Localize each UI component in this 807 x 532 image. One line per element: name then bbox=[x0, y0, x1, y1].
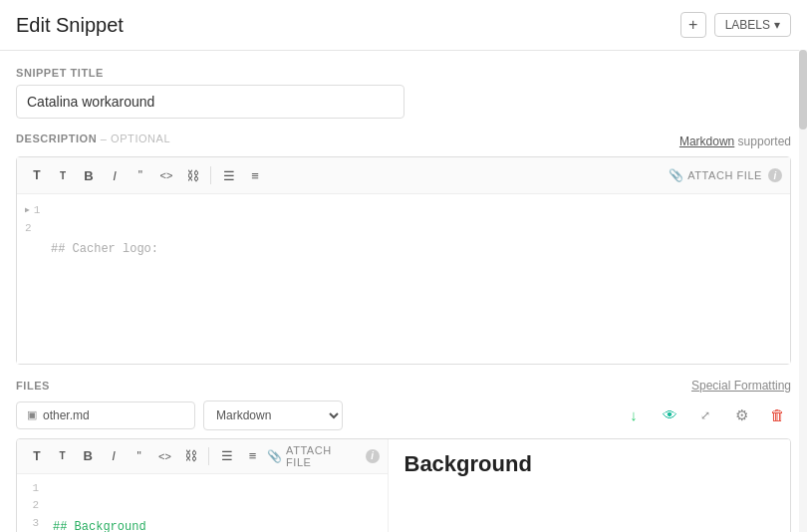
toolbar-ol-btn[interactable]: ≡ bbox=[243, 163, 267, 187]
toolbar-quote-btn[interactable]: " bbox=[129, 163, 152, 187]
code-line-1: ## Cacher logo: bbox=[51, 240, 782, 259]
attach-file-btn[interactable]: 📎 ATTACH FILE bbox=[669, 168, 762, 182]
toolbar-italic-btn[interactable]: I bbox=[103, 163, 127, 187]
toolbar-separator bbox=[210, 166, 211, 184]
page-header: Edit Snippet + LABELS ▾ bbox=[0, 0, 807, 51]
file-attach-file-btn[interactable]: 📎 ATTACH FILE bbox=[267, 444, 360, 468]
file-actions: ↓ 👁 ⤢ ⚙ 🗑 bbox=[620, 401, 791, 429]
file-toolbar-ul-btn[interactable]: ☰ bbox=[215, 444, 239, 468]
file-editor-container: T T B I " <> ⛓ ☰ ≡ 📎 ATTACH FILE i bbox=[16, 438, 791, 533]
download-btn[interactable]: ↓ bbox=[620, 401, 648, 429]
file-editor-left: T T B I " <> ⛓ ☰ ≡ 📎 ATTACH FILE i bbox=[17, 439, 389, 533]
paperclip-icon: 📎 bbox=[669, 168, 684, 182]
markdown-note: Markdown supported bbox=[679, 134, 791, 148]
file-code-line-1: ## Background bbox=[53, 518, 380, 532]
file-row: ▣ other.md Markdown Plain Text JavaScrip… bbox=[16, 400, 791, 430]
file-icon: ▣ bbox=[27, 408, 37, 421]
description-line-numbers: ▶ 1 2 bbox=[17, 194, 47, 364]
scrollbar-thumb[interactable] bbox=[799, 50, 807, 130]
file-toolbar-separator bbox=[208, 447, 209, 465]
file-toolbar-text-btn[interactable]: T bbox=[25, 444, 49, 468]
preview-heading: Background bbox=[404, 451, 775, 477]
expand-btn[interactable]: ⤢ bbox=[691, 401, 719, 429]
file-info-icon[interactable]: i bbox=[366, 449, 380, 463]
files-header: FILES Special Formatting bbox=[16, 379, 791, 393]
file-toolbar-quote-btn[interactable]: " bbox=[128, 444, 151, 468]
delete-btn[interactable]: 🗑 bbox=[763, 401, 791, 429]
toolbar-code-btn[interactable]: <> bbox=[154, 163, 178, 187]
format-select[interactable]: Markdown Plain Text JavaScript Python HT… bbox=[203, 400, 343, 430]
description-label: DESCRIPTION – OPTIONAL bbox=[16, 133, 170, 144]
info-icon[interactable]: i bbox=[768, 168, 782, 182]
header-actions: + LABELS ▾ bbox=[680, 12, 791, 38]
file-toolbar-ol-btn[interactable]: ≡ bbox=[241, 444, 265, 468]
file-name: other.md bbox=[43, 408, 90, 422]
code-line-2 bbox=[51, 298, 782, 317]
markdown-link[interactable]: Markdown bbox=[679, 134, 734, 148]
add-button[interactable]: + bbox=[680, 12, 706, 38]
file-toolbar-code-btn[interactable]: <> bbox=[153, 444, 177, 468]
file-line-numbers: 1 2 3 bbox=[17, 474, 45, 533]
file-paperclip-icon: 📎 bbox=[267, 449, 283, 463]
file-toolbar-text-small-btn[interactable]: T bbox=[51, 444, 75, 468]
snippet-title-input[interactable] bbox=[16, 85, 404, 119]
file-code-content[interactable]: ## Background `electron-builder` has a [… bbox=[45, 474, 388, 533]
file-toolbar-right: 📎 ATTACH FILE i bbox=[267, 444, 380, 468]
description-code-editor[interactable]: ▶ 1 2 ## Cacher logo: bbox=[17, 194, 790, 364]
snippet-title-label: SNIPPET TITLE bbox=[16, 67, 791, 79]
file-preview-pane: Background bbox=[389, 439, 791, 533]
main-content: SNIPPET TITLE DESCRIPTION – OPTIONAL Mar… bbox=[0, 51, 807, 532]
special-formatting-link[interactable]: Special Formatting bbox=[691, 379, 791, 393]
description-header: DESCRIPTION – OPTIONAL Markdown supporte… bbox=[16, 133, 791, 150]
labels-button[interactable]: LABELS ▾ bbox=[714, 13, 791, 37]
toolbar-bold-btn[interactable]: B bbox=[77, 163, 101, 187]
arrow-indicator: ▶ bbox=[25, 204, 30, 217]
line-number-2: 2 bbox=[25, 220, 41, 238]
settings-btn[interactable]: ⚙ bbox=[727, 401, 755, 429]
file-toolbar-bold-btn[interactable]: B bbox=[76, 444, 100, 468]
files-label: FILES bbox=[16, 380, 50, 392]
page-title: Edit Snippet bbox=[16, 14, 124, 37]
toolbar-text-btn[interactable]: T bbox=[25, 163, 49, 187]
description-toolbar: T T B I " <> ⛓ ☰ ≡ 📎 ATTACH FILE i bbox=[17, 157, 790, 194]
file-toolbar-italic-btn[interactable]: I bbox=[102, 444, 126, 468]
toolbar-ul-btn[interactable]: ☰ bbox=[217, 163, 241, 187]
description-code-content[interactable]: ## Cacher logo: bbox=[47, 194, 790, 364]
file-code-area[interactable]: 1 2 3 ## Background `electron-builder` h… bbox=[17, 474, 388, 533]
toolbar-text-small-btn[interactable]: T bbox=[51, 163, 75, 187]
toolbar-link-btn[interactable]: ⛓ bbox=[180, 163, 204, 187]
preview-btn[interactable]: 👁 bbox=[656, 401, 683, 429]
file-name-box: ▣ other.md bbox=[16, 401, 195, 429]
scrollbar-track[interactable] bbox=[799, 50, 807, 532]
line-number-1: ▶ 1 bbox=[25, 202, 41, 220]
toolbar-right: 📎 ATTACH FILE i bbox=[669, 168, 782, 182]
file-toolbar-link-btn[interactable]: ⛓ bbox=[178, 444, 202, 468]
description-editor: T T B I " <> ⛓ ☰ ≡ 📎 ATTACH FILE i ▶ 1 bbox=[16, 156, 791, 365]
file-toolbar: T T B I " <> ⛓ ☰ ≡ 📎 ATTACH FILE i bbox=[17, 439, 388, 474]
